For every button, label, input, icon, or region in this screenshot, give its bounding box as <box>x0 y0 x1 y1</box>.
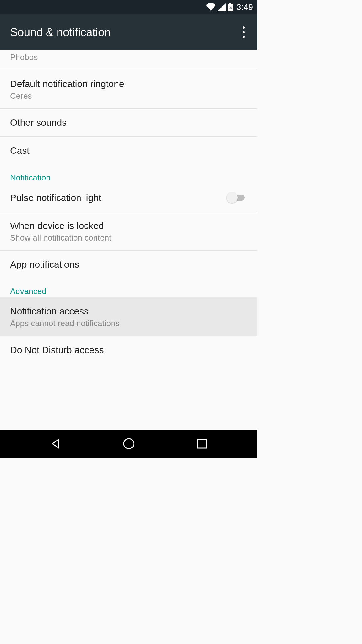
item-title: App notifications <box>10 258 247 271</box>
default-notification-ringtone-item[interactable]: Default notification ringtone Ceres <box>0 70 257 109</box>
item-title: Cast <box>10 144 247 157</box>
item-title: Default notification ringtone <box>10 78 247 91</box>
overflow-menu-button[interactable] <box>237 25 250 40</box>
svg-rect-0 <box>229 3 231 4</box>
more-vert-icon <box>243 26 245 29</box>
item-title: Notification access <box>10 305 247 318</box>
other-sounds-item[interactable]: Other sounds <box>0 109 257 137</box>
settings-list[interactable]: Phobos Default notification ringtone Cer… <box>0 50 257 430</box>
phone-ringtone-subtitle: Phobos <box>10 53 247 62</box>
battery-icon: 69 <box>228 3 233 11</box>
pulse-notification-light-item[interactable]: Pulse notification light <box>0 184 257 212</box>
recents-icon <box>197 438 207 449</box>
app-notifications-item[interactable]: App notifications <box>0 251 257 279</box>
svg-rect-4 <box>198 439 206 448</box>
home-button[interactable] <box>110 434 148 453</box>
item-title: Do Not Disturb access <box>10 344 247 357</box>
recents-button[interactable] <box>183 434 221 453</box>
section-header-advanced: Advanced <box>0 278 257 297</box>
item-title: Pulse notification light <box>10 192 227 204</box>
item-subtitle: Ceres <box>10 91 247 101</box>
dnd-access-item[interactable]: Do Not Disturb access <box>0 336 257 364</box>
signal-icon <box>217 3 226 11</box>
back-button[interactable] <box>37 434 74 453</box>
cast-item[interactable]: Cast <box>0 137 257 165</box>
notification-access-item[interactable]: Notification access Apps cannot read not… <box>0 297 257 336</box>
back-icon <box>50 438 61 449</box>
status-bar: 69 3:49 <box>0 0 257 14</box>
item-title: Other sounds <box>10 116 247 129</box>
phone-ringtone-item[interactable]: Phobos <box>0 50 257 70</box>
item-subtitle: Show all notification content <box>10 233 247 243</box>
section-header-notification: Notification <box>0 165 257 184</box>
page-title: Sound & notification <box>10 26 111 39</box>
svg-point-3 <box>124 439 134 449</box>
status-clock: 3:49 <box>236 3 253 12</box>
item-subtitle: Apps cannot read notifications <box>10 319 247 328</box>
pulse-notification-switch[interactable] <box>227 192 247 203</box>
navigation-bar <box>0 430 257 458</box>
svg-text:69: 69 <box>229 6 233 10</box>
home-icon <box>123 437 135 450</box>
wifi-icon <box>206 3 216 11</box>
app-bar: Sound & notification <box>0 14 257 50</box>
item-title: When device is locked <box>10 219 247 232</box>
when-device-locked-item[interactable]: When device is locked Show all notificat… <box>0 212 257 251</box>
